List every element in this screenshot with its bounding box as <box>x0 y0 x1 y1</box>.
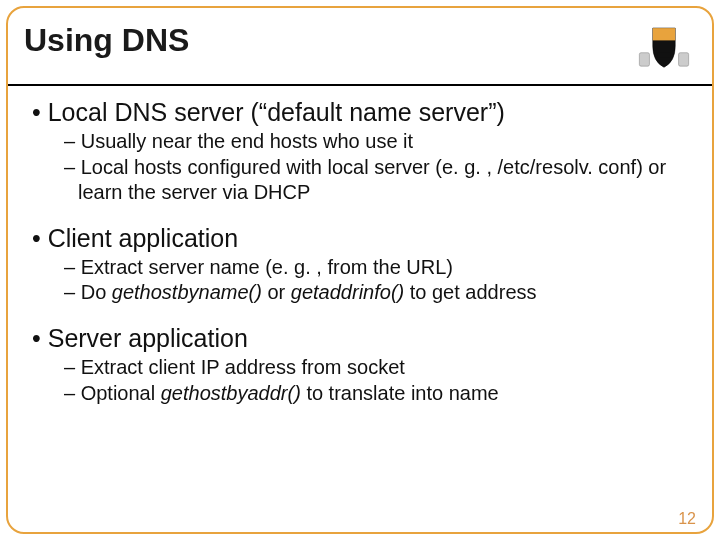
section-heading: Server application <box>28 324 692 353</box>
list-item: Extract server name (e. g. , from the UR… <box>64 255 692 281</box>
sub-list: Usually near the end hosts who use it Lo… <box>28 129 692 206</box>
slide-title: Using DNS <box>24 22 189 59</box>
item-text: Extract server name (e. g. , from the UR… <box>81 256 453 278</box>
item-ital: gethostbyname() <box>112 281 262 303</box>
item-text: Usually near the end hosts who use it <box>81 130 413 152</box>
item-text: to translate into name <box>301 382 499 404</box>
item-text: Extract client IP address from socket <box>81 356 405 378</box>
list-item: Do gethostbyname() or getaddrinfo() to g… <box>64 280 692 306</box>
section-server-app: Server application Extract client IP add… <box>28 324 692 406</box>
item-text: Optional <box>81 382 161 404</box>
item-text: Do <box>81 281 112 303</box>
sub-list: Extract server name (e. g. , from the UR… <box>28 255 692 306</box>
item-text: Local hosts configured with local server… <box>78 156 666 204</box>
princeton-shield-logo <box>636 18 692 74</box>
list-item: Optional gethostbyaddr() to translate in… <box>64 381 692 407</box>
page-number: 12 <box>678 510 696 528</box>
slide-header: Using DNS <box>0 0 720 82</box>
section-local-dns: Local DNS server (“default name server”)… <box>28 98 692 206</box>
section-heading: Client application <box>28 224 692 253</box>
item-ital: getaddrinfo() <box>291 281 404 303</box>
item-ital: gethostbyaddr() <box>161 382 301 404</box>
list-item: Usually near the end hosts who use it <box>64 129 692 155</box>
item-text: to get address <box>404 281 536 303</box>
svg-rect-1 <box>679 53 689 66</box>
slide-content: Local DNS server (“default name server”)… <box>0 86 720 406</box>
list-item: Local hosts configured with local server… <box>64 155 692 206</box>
section-client-app: Client application Extract server name (… <box>28 224 692 306</box>
sub-list: Extract client IP address from socket Op… <box>28 355 692 406</box>
svg-rect-2 <box>657 53 670 57</box>
item-text: or <box>262 281 291 303</box>
svg-rect-0 <box>639 53 649 66</box>
section-heading: Local DNS server (“default name server”) <box>28 98 692 127</box>
list-item: Extract client IP address from socket <box>64 355 692 381</box>
